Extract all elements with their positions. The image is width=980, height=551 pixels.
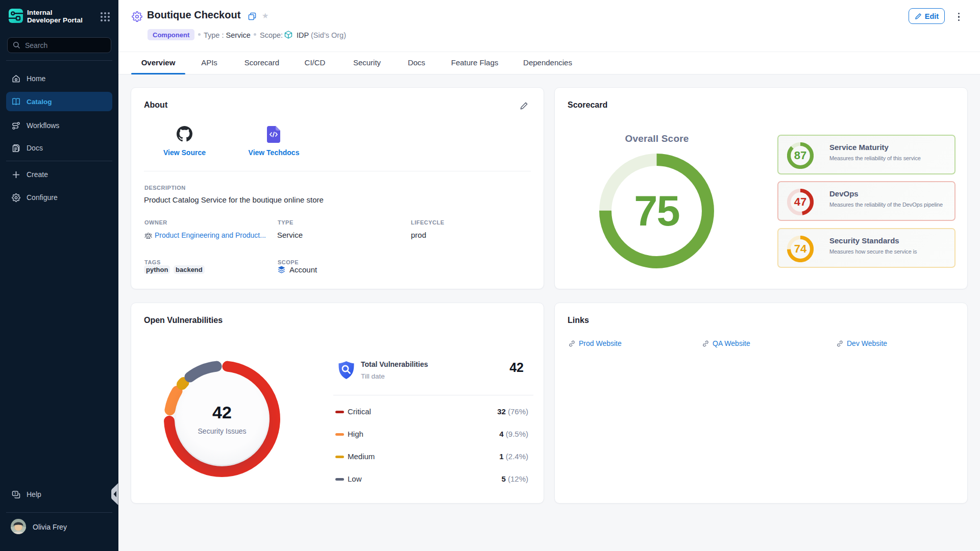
- svg-text:?: ?: [14, 491, 16, 495]
